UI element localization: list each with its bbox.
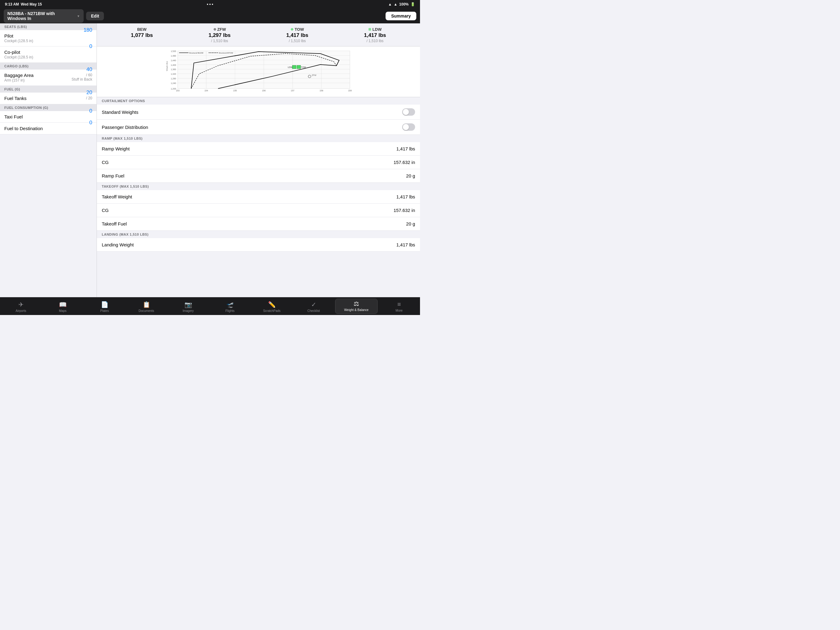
- tab-maps[interactable]: 📖 Maps: [42, 298, 84, 315]
- passenger-distribution-label: Passenger Distribution: [102, 125, 148, 130]
- ldw-value: 1,417 lbs: [336, 32, 414, 38]
- ldw-max: / 1,510 lbs: [336, 39, 414, 43]
- status-bar: 9:13 AM Wed May 15 ▲ ▲ 100% 🔋: [0, 0, 420, 9]
- ramp-weight-label: Ramp Weight: [102, 146, 130, 151]
- takeoff-weight-value: 1,417 lbs: [396, 194, 415, 199]
- edit-button[interactable]: Edit: [86, 12, 104, 20]
- tow-max: / 1,510 lbs: [259, 39, 336, 43]
- scratchpads-icon: ✏️: [268, 301, 276, 308]
- tow-label: ⊕ TOW: [259, 27, 336, 32]
- weight-headers: BEW 1,077 lbs ⊕ ZFW 1,297 lbs / 1,510 lb…: [97, 24, 420, 46]
- baggage-item[interactable]: 40 / 60 Stuff in Back Baggage Area Arm (…: [0, 70, 96, 86]
- copilot-value: 0: [90, 43, 92, 49]
- airports-icon: ✈: [19, 301, 24, 308]
- svg-text:1,520: 1,520: [171, 50, 176, 52]
- ramp-weight-row: Ramp Weight 1,417 lbs: [97, 142, 420, 156]
- signal-icon: ▲: [388, 2, 392, 6]
- landing-weight-label: Landing Weight: [102, 242, 134, 247]
- flights-icon: 🛫: [226, 301, 234, 308]
- svg-text:Weight (lbs): Weight (lbs): [166, 61, 168, 71]
- zfw-max: / 1,510 lbs: [181, 39, 259, 43]
- takeoff-weight-label: Takeoff Weight: [102, 194, 132, 199]
- plates-icon: 📄: [101, 301, 109, 308]
- takeoff-cg-value: 157.632 in: [393, 207, 415, 213]
- ramp-fuel-row: Ramp Fuel 20 g: [97, 169, 420, 183]
- ramp-fuel-value: 20 g: [406, 173, 415, 179]
- tab-weight-balance[interactable]: ⚖ Weight & Balance: [335, 299, 377, 314]
- passenger-distribution-toggle[interactable]: [402, 123, 415, 131]
- imagery-label: Imagery: [183, 309, 194, 313]
- tow-col: ⊕ TOW 1,417 lbs / 1,510 lbs: [259, 27, 336, 43]
- copilot-item[interactable]: 0 Co-pilot Cockpit (128.5 in): [0, 46, 96, 63]
- taxi-fuel-title: Taxi Fuel: [4, 114, 92, 119]
- landing-weight-value: 1,417 lbs: [396, 242, 415, 247]
- svg-text:159: 159: [348, 90, 352, 92]
- checklist-label: Checklist: [308, 309, 320, 313]
- taxi-fuel-item[interactable]: 0 Taxi Fuel: [0, 111, 96, 123]
- bew-col: BEW 1,077 lbs: [103, 27, 181, 43]
- pilot-item[interactable]: 180 Pilot Cockpit (128.5 in): [0, 30, 96, 46]
- seats-section-header: SEATS (LBS): [0, 24, 96, 30]
- tab-plates[interactable]: 📄 Plates: [84, 298, 125, 315]
- tab-imagery[interactable]: 📷 Imagery: [167, 298, 209, 315]
- tab-bar: ✈ Airports 📖 Maps 📄 Plates 📋 Documents 📷…: [0, 297, 420, 315]
- takeoff-fuel-value: 20 g: [406, 221, 415, 226]
- svg-text:1,360: 1,360: [171, 68, 176, 70]
- tab-flights[interactable]: 🛫 Flights: [209, 298, 251, 315]
- baggage-value: 40: [72, 66, 92, 73]
- battery-level: 100%: [399, 2, 409, 6]
- copilot-subtitle: Cockpit (128.5 in): [4, 55, 92, 59]
- checklist-icon: ✓: [311, 301, 316, 308]
- takeoff-weight-row: Takeoff Weight 1,417 lbs: [97, 190, 420, 204]
- bew-label: BEW: [103, 27, 181, 32]
- weight-balance-chart: 1,520 1,480 1,440 1,400 1,360 1,320 1,28…: [100, 49, 417, 93]
- fuel-destination-item[interactable]: 0 Fuel to Destination: [0, 123, 96, 135]
- fuel-tanks-item[interactable]: 20 / 20 Fuel Tanks: [0, 93, 96, 104]
- zfw-col: ⊕ ZFW 1,297 lbs / 1,510 lbs: [181, 27, 259, 43]
- tab-scratchpads[interactable]: ✏️ ScratchPads: [251, 298, 293, 315]
- maps-icon: 📖: [59, 301, 67, 308]
- status-bar-right: ▲ ▲ 100% 🔋: [388, 2, 415, 6]
- tab-documents[interactable]: 📋 Documents: [125, 298, 167, 315]
- svg-text:LDW: LDW: [288, 66, 293, 68]
- svg-rect-39: [297, 65, 301, 69]
- battery-icon: 🔋: [411, 2, 415, 6]
- standard-weights-toggle[interactable]: [402, 108, 415, 116]
- aircraft-selector[interactable]: N528BA - N271BW with Windows In ▼: [4, 9, 84, 23]
- tab-airports[interactable]: ✈ Airports: [0, 298, 42, 315]
- tow-icon: ⊕: [291, 27, 293, 32]
- imagery-icon: 📷: [185, 301, 192, 308]
- more-label: More: [396, 309, 403, 312]
- left-panel: SEATS (LBS) 180 Pilot Cockpit (128.5 in)…: [0, 24, 97, 297]
- tab-more[interactable]: ≡ More: [378, 298, 420, 315]
- pilot-value: 180: [84, 27, 92, 33]
- passenger-distribution-row[interactable]: Passenger Distribution: [97, 120, 420, 135]
- svg-text:1,440: 1,440: [171, 59, 176, 62]
- baggage-right-text: Stuff in Back: [72, 77, 92, 82]
- tab-checklist[interactable]: ✓ Checklist: [293, 298, 335, 315]
- plates-label: Plates: [100, 309, 109, 313]
- wifi-icon: ▲: [393, 2, 397, 6]
- summary-button[interactable]: Summary: [385, 12, 416, 20]
- landing-weight-row: Landing Weight 1,417 lbs: [97, 238, 420, 252]
- svg-text:ZFW: ZFW: [312, 74, 317, 76]
- ramp-section-header: RAMP (MAX 1,510 LBS): [97, 135, 420, 142]
- documents-icon: 📋: [143, 301, 150, 308]
- ramp-cg-row: CG 157.632 in: [97, 156, 420, 169]
- standard-weights-row[interactable]: Standard Weights: [97, 104, 420, 120]
- svg-text:156: 156: [262, 90, 266, 92]
- pilot-title: Pilot: [4, 33, 92, 38]
- standard-weights-label: Standard Weights: [102, 109, 138, 115]
- takeoff-fuel-row: Takeoff Fuel 20 g: [97, 217, 420, 231]
- main-content: SEATS (LBS) 180 Pilot Cockpit (128.5 in)…: [0, 24, 420, 297]
- status-dot-1: [207, 4, 208, 5]
- svg-text:1,200: 1,200: [171, 88, 176, 90]
- svg-text:Structural MLDW: Structural MLDW: [189, 52, 204, 54]
- takeoff-cg-label: CG: [102, 207, 109, 213]
- svg-text:158: 158: [319, 90, 323, 92]
- zfw-value: 1,297 lbs: [181, 32, 259, 38]
- zfw-label: ⊕ ZFW: [181, 27, 259, 32]
- status-bar-center: [207, 4, 213, 5]
- fuel-destination-title: Fuel to Destination: [4, 126, 92, 131]
- ramp-cg-value: 157.632 in: [393, 160, 415, 165]
